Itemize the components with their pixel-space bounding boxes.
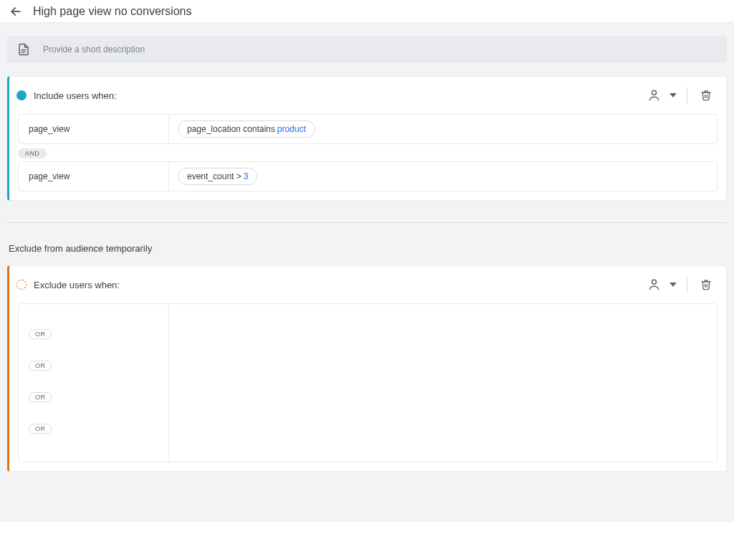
divider xyxy=(687,276,687,293)
condition-chip[interactable]: event_count > 3 xyxy=(178,168,257,185)
caret-down-icon xyxy=(669,92,677,99)
chip-value: 3 xyxy=(244,171,249,181)
connector-badge: AND xyxy=(18,148,47,158)
exclude-card: Exclude users when: OROROROR xyxy=(7,265,727,472)
chip-value: product xyxy=(277,124,306,134)
exclude-header: Exclude users when: xyxy=(9,266,726,303)
include-card: Include users when: page_view pa xyxy=(7,76,727,201)
trash-icon xyxy=(700,279,712,290)
or-connector-badge: OR xyxy=(29,361,52,371)
include-condition-row[interactable]: page_view page_location contains product xyxy=(18,114,718,144)
include-condition-row[interactable]: page_view event_count > 3 xyxy=(18,161,718,191)
svg-point-3 xyxy=(652,90,657,95)
user-scope-button[interactable] xyxy=(645,275,665,295)
condition-chip[interactable]: page_location contains product xyxy=(178,120,315,138)
svg-point-4 xyxy=(652,280,657,284)
exclude-condition-row[interactable] xyxy=(19,336,717,367)
description-placeholder: Provide a short description xyxy=(43,44,145,54)
user-scope-button[interactable] xyxy=(645,85,665,105)
include-bullet-icon xyxy=(16,90,27,100)
description-input[interactable]: Provide a short description xyxy=(7,36,727,63)
delete-exclude-button[interactable] xyxy=(696,275,716,295)
back-button[interactable] xyxy=(9,4,23,19)
trash-icon xyxy=(700,90,712,101)
or-connector-badge: OR xyxy=(29,329,52,339)
person-icon xyxy=(649,278,662,291)
chip-prefix: event_count > xyxy=(187,171,242,181)
exclude-title: Exclude users when: xyxy=(34,280,645,290)
include-title: Include users when: xyxy=(34,90,645,101)
exclude-condition-row[interactable] xyxy=(19,304,717,336)
connector-and: AND xyxy=(18,147,718,158)
section-separator xyxy=(7,222,727,223)
user-scope-caret[interactable] xyxy=(668,85,678,105)
person-icon xyxy=(649,89,662,102)
exclude-condition-row[interactable] xyxy=(19,430,717,462)
page-title: High page view no conversions xyxy=(33,5,191,18)
exclude-condition-row[interactable] xyxy=(19,367,717,399)
exclude-condition-event-cell xyxy=(19,430,169,462)
exclude-condition-box: OROROROR xyxy=(18,303,718,462)
exclude-heading: Exclude from audience temporarily xyxy=(9,243,727,254)
exclude-condition-row[interactable] xyxy=(19,399,717,430)
arrow-left-icon xyxy=(9,4,23,19)
include-header: Include users when: xyxy=(9,77,726,114)
or-connector-badge: OR xyxy=(29,424,52,434)
chip-prefix: page_location contains xyxy=(187,124,275,134)
user-scope-caret[interactable] xyxy=(668,275,678,295)
condition-event-name: page_view xyxy=(19,115,169,143)
description-icon xyxy=(17,43,30,56)
app-header: High page view no conversions xyxy=(0,0,734,23)
or-connector-badge: OR xyxy=(29,392,52,402)
caret-down-icon xyxy=(669,281,677,288)
delete-include-button[interactable] xyxy=(696,85,716,105)
condition-event-name: page_view xyxy=(19,162,169,191)
exclude-bullet-icon xyxy=(16,280,27,290)
divider xyxy=(687,87,687,104)
